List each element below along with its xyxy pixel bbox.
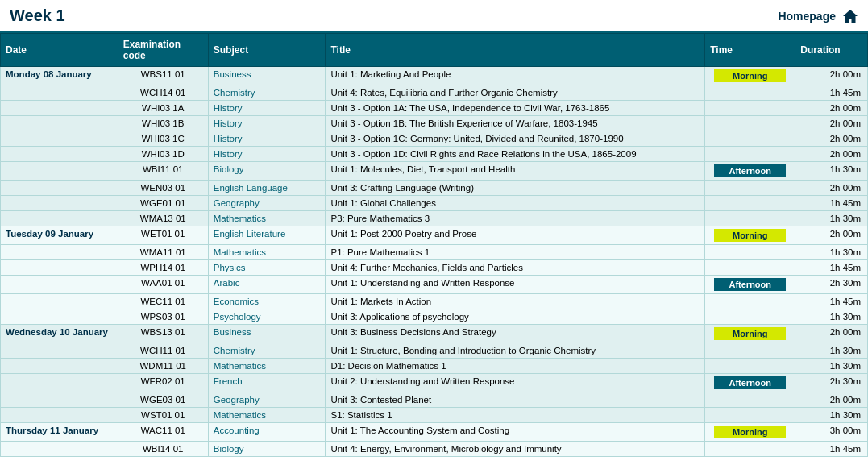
subject-cell: Physics: [208, 260, 326, 276]
duration-cell: 1h 45m: [795, 442, 868, 457]
subject-cell: Biology: [208, 442, 326, 457]
date-cell: [1, 276, 118, 294]
time-cell: [705, 196, 795, 211]
table-row: Monday 08 JanuaryWBS11 01BusinessUnit 1:…: [1, 67, 868, 85]
title-cell: Unit 4: Further Mechanics, Fields and Pa…: [326, 260, 705, 276]
time-cell: [705, 211, 795, 226]
date-cell: [1, 359, 118, 374]
table-row: Tuesday 09 JanuaryWET01 01English Litera…: [1, 226, 868, 245]
date-cell: [1, 101, 118, 116]
table-row: WST01 01MathematicsS1: Statistics 11h 30…: [1, 408, 868, 423]
table-row: WBI11 01BiologyUnit 1: Molecules, Diet, …: [1, 162, 868, 181]
time-cell: Morning: [705, 325, 795, 343]
exam-table: Date Examinationcode Subject Title Time …: [0, 33, 868, 457]
table-row: WHI03 1BHistoryUnit 3 - Option 1B: The B…: [1, 116, 868, 131]
col-title: Title: [326, 34, 705, 67]
title-cell: Unit 1: Structure, Bonding and Introduct…: [326, 343, 705, 359]
title-cell: Unit 3: Applications of psychology: [326, 309, 705, 325]
title-cell: Unit 3 - Option 1B: The British Experien…: [326, 116, 705, 131]
col-date: Date: [1, 34, 118, 67]
table-row: WMA11 01MathematicsP1: Pure Mathematics …: [1, 245, 868, 260]
date-cell: [1, 343, 118, 359]
subject-cell: Geography: [208, 392, 326, 408]
date-cell: [1, 245, 118, 260]
duration-cell: 1h 45m: [795, 260, 868, 276]
title-cell: Unit 4: Rates, Equilibria and Further Or…: [326, 85, 705, 101]
table-row: WGE03 01GeographyUnit 3: Contested Plane…: [1, 392, 868, 408]
subject-cell: Accounting: [208, 423, 326, 442]
table-row: Wednesday 10 JanuaryWBS13 01BusinessUnit…: [1, 325, 868, 343]
table-row: WCH14 01ChemistryUnit 4: Rates, Equilibr…: [1, 85, 868, 101]
title-cell: P3: Pure Mathematics 3: [326, 211, 705, 226]
subject-cell: Business: [208, 67, 326, 85]
code-cell: WEC11 01: [118, 294, 208, 309]
time-badge: Morning: [714, 426, 786, 438]
code-cell: WPH14 01: [118, 260, 208, 276]
time-badge: Morning: [714, 327, 786, 340]
subject-cell: Chemistry: [208, 343, 326, 359]
title-cell: Unit 3: Contested Planet: [326, 392, 705, 408]
date-cell: [1, 196, 118, 211]
date-cell: [1, 260, 118, 276]
duration-cell: 2h 00m: [795, 147, 868, 162]
table-row: WHI03 1DHistoryUnit 3 - Option 1D: Civil…: [1, 147, 868, 162]
code-cell: WHI03 1A: [118, 101, 208, 116]
subject-cell: History: [208, 147, 326, 162]
title-cell: Unit 1: Molecules, Diet, Transport and H…: [326, 162, 705, 181]
duration-cell: 1h 30m: [795, 343, 868, 359]
time-cell: [705, 131, 795, 147]
title-cell: P1: Pure Mathematics 1: [326, 245, 705, 260]
code-cell: WBS13 01: [118, 325, 208, 343]
subject-cell: Mathematics: [208, 359, 326, 374]
code-cell: WCH14 01: [118, 85, 208, 101]
table-row: WEN03 01English LanguageUnit 3: Crafting…: [1, 181, 868, 196]
time-cell: Morning: [705, 67, 795, 85]
title-cell: D1: Decision Mathematics 1: [326, 359, 705, 374]
title-cell: Unit 4: Energy, Environment, Microbiolog…: [326, 442, 705, 457]
col-duration: Duration: [795, 34, 868, 67]
code-cell: WAA01 01: [118, 276, 208, 294]
subject-cell: Geography: [208, 196, 326, 211]
duration-cell: 3h 00m: [795, 423, 868, 442]
time-cell: Morning: [705, 423, 795, 442]
title-cell: Unit 2: Understanding and Written Respon…: [326, 374, 705, 392]
subject-cell: History: [208, 116, 326, 131]
title-cell: Unit 1: Understanding and Written Respon…: [326, 276, 705, 294]
subject-cell: History: [208, 131, 326, 147]
time-cell: [705, 85, 795, 101]
subject-cell: French: [208, 374, 326, 392]
homepage-link[interactable]: Homepage: [778, 10, 836, 23]
subject-cell: Biology: [208, 162, 326, 181]
subject-cell: Mathematics: [208, 245, 326, 260]
time-badge: Afternoon: [714, 376, 786, 389]
table-row: WGE01 01GeographyUnit 1: Global Challeng…: [1, 196, 868, 211]
duration-cell: 2h 30m: [795, 276, 868, 294]
code-cell: WMA13 01: [118, 211, 208, 226]
time-cell: [705, 101, 795, 116]
time-cell: [705, 359, 795, 374]
code-cell: WFR02 01: [118, 374, 208, 392]
table-row: WBI14 01BiologyUnit 4: Energy, Environme…: [1, 442, 868, 457]
duration-cell: 1h 45m: [795, 196, 868, 211]
code-cell: WGE03 01: [118, 392, 208, 408]
date-cell: Thursday 11 January: [1, 423, 118, 442]
duration-cell: 1h 30m: [795, 162, 868, 181]
duration-cell: 1h 45m: [795, 294, 868, 309]
table-row: WDM11 01MathematicsD1: Decision Mathemat…: [1, 359, 868, 374]
time-cell: [705, 408, 795, 423]
table-row: WFR02 01FrenchUnit 2: Understanding and …: [1, 374, 868, 392]
duration-cell: 2h 00m: [795, 101, 868, 116]
time-cell: [705, 309, 795, 325]
code-cell: WBS11 01: [118, 67, 208, 85]
title-cell: Unit 1: Marketing And People: [326, 67, 705, 85]
time-cell: Afternoon: [705, 276, 795, 294]
date-cell: Monday 08 January: [1, 67, 118, 85]
table-header: Date Examinationcode Subject Title Time …: [1, 34, 868, 67]
time-cell: [705, 343, 795, 359]
time-cell: [705, 260, 795, 276]
table-row: WHI03 1AHistoryUnit 3 - Option 1A: The U…: [1, 101, 868, 116]
time-cell: [705, 294, 795, 309]
header-right: Homepage: [778, 9, 858, 23]
home-icon[interactable]: [842, 9, 858, 23]
title-cell: Unit 1: Post-2000 Poetry and Prose: [326, 226, 705, 245]
